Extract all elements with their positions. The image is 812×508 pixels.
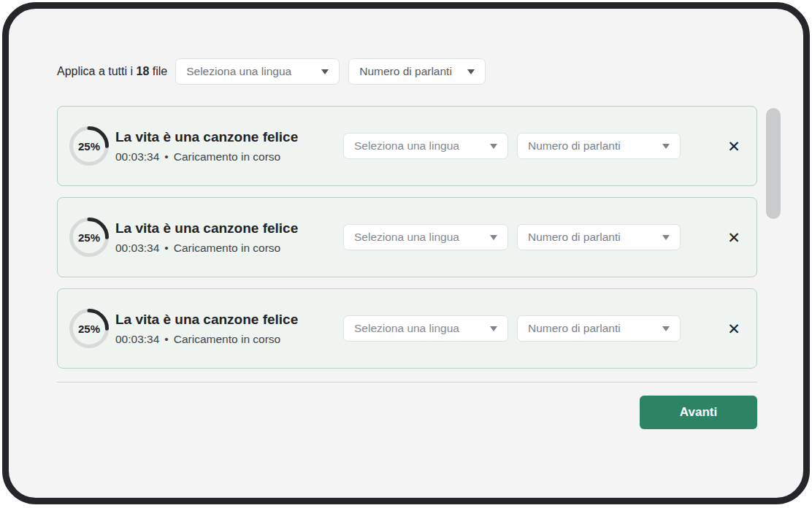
upload-status: Caricamento in corso xyxy=(174,242,280,255)
chevron-down-icon xyxy=(490,144,497,149)
file-title: La vita è una canzone felice xyxy=(115,312,336,328)
chevron-down-icon xyxy=(321,69,329,74)
file-subtitle: 00:03:34 • Caricamento in corso xyxy=(115,150,336,163)
file-info: La vita è una canzone felice 00:03:34 • … xyxy=(115,220,343,255)
file-language-dropdown-label: Seleziona una lingua xyxy=(354,322,459,335)
file-speakers-dropdown[interactable]: Numero di parlanti xyxy=(517,133,681,159)
file-title: La vita è una canzone felice xyxy=(115,220,336,236)
file-title: La vita è una canzone felice xyxy=(115,129,336,145)
file-speakers-dropdown-label: Numero di parlanti xyxy=(528,231,621,244)
close-icon: ✕ xyxy=(727,229,740,246)
file-subtitle: 00:03:34 • Caricamento in corso xyxy=(115,333,336,346)
next-button[interactable]: Avanti xyxy=(640,396,757,429)
file-language-dropdown[interactable]: Seleziona una lingua xyxy=(343,133,508,159)
file-row: 25% La vita è una canzone felice 00:03:3… xyxy=(57,197,757,277)
file-info: La vita è una canzone felice 00:03:34 • … xyxy=(115,129,343,163)
apply-suffix: file xyxy=(153,65,167,77)
remove-file-button[interactable]: ✕ xyxy=(723,230,745,245)
chevron-down-icon xyxy=(490,326,497,331)
apply-prefix: Applica a tutti i xyxy=(57,65,133,77)
upload-progress-ring: 25% xyxy=(69,308,110,349)
file-language-dropdown-label: Seleziona una lingua xyxy=(354,231,459,244)
upload-progress-ring: 25% xyxy=(69,126,110,166)
bullet-separator: • xyxy=(164,333,168,346)
global-language-dropdown-label: Seleziona una lingua xyxy=(186,65,291,78)
remove-file-button[interactable]: ✕ xyxy=(723,139,745,154)
chevron-down-icon xyxy=(662,144,670,149)
file-count: 18 xyxy=(137,65,150,77)
file-language-dropdown[interactable]: Seleziona una lingua xyxy=(343,315,508,342)
upload-status: Caricamento in corso xyxy=(174,333,280,346)
scrollbar-thumb[interactable] xyxy=(766,108,781,219)
file-speakers-dropdown-label: Numero di parlanti xyxy=(528,139,621,153)
file-info: La vita è una canzone felice 00:03:34 • … xyxy=(115,312,343,346)
file-duration: 00:03:34 xyxy=(115,242,159,255)
file-subtitle: 00:03:34 • Caricamento in corso xyxy=(115,242,336,255)
global-speakers-dropdown-label: Numero di parlanti xyxy=(359,65,452,78)
upload-status: Caricamento in corso xyxy=(174,150,280,163)
upload-progress-ring: 25% xyxy=(69,217,110,258)
file-row: 25% La vita è una canzone felice 00:03:3… xyxy=(57,288,757,369)
progress-percent-label: 25% xyxy=(69,126,110,166)
bullet-separator: • xyxy=(164,150,168,163)
apply-to-all-row: Applica a tutti i 18 file Seleziona una … xyxy=(57,58,486,85)
file-language-dropdown-label: Seleziona una lingua xyxy=(354,139,459,153)
remove-file-button[interactable]: ✕ xyxy=(723,321,745,336)
chevron-down-icon xyxy=(662,235,670,240)
file-speakers-dropdown[interactable]: Numero di parlanti xyxy=(517,224,681,250)
close-icon: ✕ xyxy=(727,138,740,155)
bullet-separator: • xyxy=(164,242,168,255)
chevron-down-icon xyxy=(490,235,497,240)
file-speakers-dropdown[interactable]: Numero di parlanti xyxy=(517,315,681,342)
close-icon: ✕ xyxy=(727,320,740,337)
footer-divider xyxy=(57,382,757,382)
file-duration: 00:03:34 xyxy=(115,333,159,346)
file-language-dropdown[interactable]: Seleziona una lingua xyxy=(343,224,508,250)
apply-to-all-label: Applica a tutti i 18 file xyxy=(57,65,167,78)
progress-percent-label: 25% xyxy=(69,217,110,258)
global-speakers-dropdown[interactable]: Numero di parlanti xyxy=(348,58,486,85)
file-row: 25% La vita è una canzone felice 00:03:3… xyxy=(57,106,757,186)
file-duration: 00:03:34 xyxy=(115,150,159,163)
global-language-dropdown[interactable]: Seleziona una lingua xyxy=(175,58,340,85)
file-list: 25% La vita è una canzone felice 00:03:3… xyxy=(57,106,757,380)
chevron-down-icon xyxy=(662,326,670,331)
chevron-down-icon xyxy=(467,69,475,74)
page: Applica a tutti i 18 file Seleziona una … xyxy=(0,0,812,508)
file-speakers-dropdown-label: Numero di parlanti xyxy=(528,322,621,335)
progress-percent-label: 25% xyxy=(69,308,110,349)
